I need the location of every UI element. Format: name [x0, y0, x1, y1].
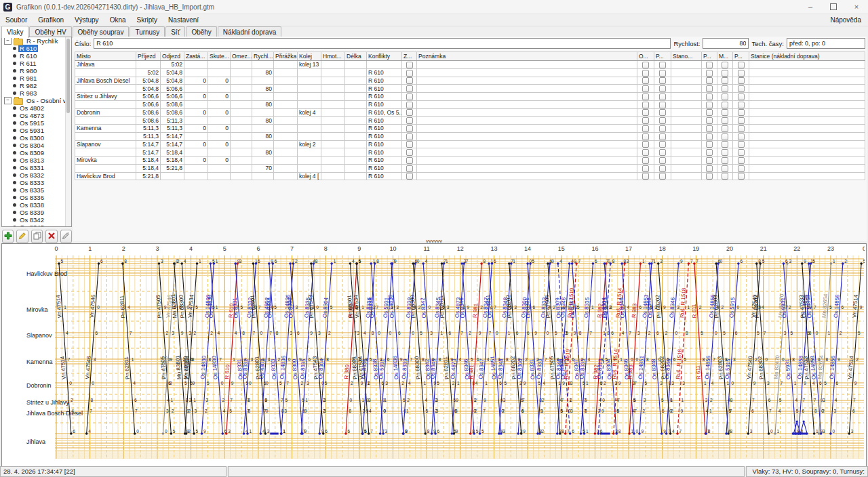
train-graph-panel[interactable]: 012345678910111213141516171819202122230H… [1, 243, 867, 467]
timetable-cell[interactable] [717, 132, 733, 140]
timetable-row[interactable]: Jihlava5:02kolej 13 [75, 61, 865, 69]
timetable-cell[interactable] [252, 61, 274, 69]
checkbox[interactable] [706, 70, 713, 77]
timetable-cell[interactable] [717, 172, 733, 180]
tree-item[interactable]: Os 8335 [2, 186, 71, 194]
checkbox[interactable] [659, 125, 666, 132]
timetable-cell[interactable] [702, 93, 717, 101]
timetable-cell[interactable] [184, 164, 208, 172]
timetable-cell[interactable] [733, 140, 749, 148]
timetable-cell[interactable]: 5:18,4 [136, 157, 161, 165]
checkbox[interactable] [706, 173, 713, 180]
timetable-cell[interactable] [733, 61, 749, 69]
column-header[interactable]: Místo [75, 52, 136, 61]
timetable-cell[interactable] [208, 117, 231, 125]
checkbox[interactable] [722, 70, 728, 77]
timetable-cell[interactable] [321, 108, 345, 117]
checkbox[interactable] [642, 173, 649, 180]
timetable-cell[interactable] [717, 85, 733, 93]
timetable-cell[interactable] [749, 108, 865, 117]
timetable-row[interactable]: 5:11,35:14,780R 610 [75, 132, 865, 140]
timetable-cell[interactable] [417, 68, 637, 77]
timetable-cell[interactable]: 0 [208, 125, 231, 133]
timetable-cell[interactable] [75, 117, 136, 125]
tree-item[interactable]: Os 8336 [2, 194, 71, 201]
timetable-cell[interactable] [417, 108, 637, 117]
timetable-cell[interactable]: R 610 [367, 100, 402, 108]
timetable-cell[interactable] [671, 148, 702, 157]
tree-item[interactable]: R 982 [2, 82, 71, 89]
timetable-cell[interactable] [749, 125, 865, 133]
timetable-cell[interactable] [702, 77, 717, 85]
timetable-cell[interactable] [402, 108, 417, 117]
checkbox[interactable] [738, 94, 745, 100]
timetable-cell[interactable]: 70 [252, 164, 274, 172]
timetable-cell[interactable] [733, 172, 749, 180]
checkbox[interactable] [659, 173, 666, 180]
timetable-cell[interactable] [402, 93, 417, 101]
timetable-cell[interactable] [231, 85, 252, 93]
menu-item-soubor[interactable]: Soubor [0, 15, 33, 25]
timetable-cell[interactable] [274, 172, 298, 180]
timetable-cell[interactable] [345, 140, 367, 148]
timetable-cell[interactable]: Dobronin [75, 108, 136, 117]
timetable-cell[interactable]: 5:11,3 [136, 132, 161, 140]
timetable-cell[interactable] [654, 61, 671, 69]
tree-group[interactable]: −R - Rychlík [2, 37, 71, 45]
timetable-cell[interactable] [345, 77, 367, 85]
timetable-cell[interactable] [702, 61, 717, 69]
column-header[interactable]: Hmot... [321, 52, 345, 61]
checkbox[interactable] [722, 125, 728, 132]
timetable-cell[interactable] [417, 77, 637, 85]
timetable-cell[interactable] [184, 132, 208, 140]
timetable-cell[interactable] [75, 164, 136, 172]
column-header[interactable]: Rychl... [252, 52, 274, 61]
timetable-cell[interactable]: 5:04,8 [136, 85, 161, 93]
timetable-cell[interactable] [184, 68, 208, 77]
checkbox[interactable] [738, 157, 745, 164]
timetable-cell[interactable]: R 610 [367, 164, 402, 172]
timetable-cell[interactable] [749, 93, 865, 101]
timetable-cell[interactable] [749, 85, 865, 93]
timetable-cell[interactable]: 5:11,3 [136, 125, 161, 133]
tree-item[interactable]: Os 8333 [2, 179, 71, 186]
timetable-cell[interactable] [231, 125, 252, 133]
timetable-cell[interactable] [702, 117, 717, 125]
timetable-cell[interactable] [274, 125, 298, 133]
timetable-cell[interactable] [231, 68, 252, 77]
timetable-cell[interactable] [637, 148, 654, 157]
timetable-row[interactable]: Havlickuv Brod5:21,8kolej 4 [R 610 [75, 172, 865, 180]
timetable-cell[interactable] [749, 100, 865, 108]
timetable-cell[interactable]: 5:04,8 [161, 68, 184, 77]
timetable-cell[interactable] [184, 148, 208, 157]
checkbox[interactable] [406, 70, 413, 77]
timetable-row[interactable]: Jihlava Bosch Diesel5:04,85:04,800R 610 [75, 77, 865, 85]
checkbox[interactable] [642, 117, 649, 124]
splitter-handle[interactable]: vvvvvv [0, 239, 868, 243]
checkbox[interactable] [738, 85, 745, 92]
timetable-cell[interactable] [321, 77, 345, 85]
timetable-cell[interactable] [321, 132, 345, 140]
train-graph[interactable]: 012345678910111213141516171819202122230H… [2, 244, 865, 465]
timetable-cell[interactable] [231, 172, 252, 180]
tree-item[interactable]: Os 8309 [2, 149, 71, 157]
timetable-cell[interactable] [417, 100, 637, 108]
timetable-cell[interactable] [274, 157, 298, 165]
timetable-cell[interactable] [402, 85, 417, 93]
collapse-icon[interactable]: − [4, 37, 12, 45]
timetable-cell[interactable]: R 610, Os 5... [367, 108, 402, 117]
timetable-cell[interactable] [161, 172, 184, 180]
timetable-cell[interactable] [702, 172, 717, 180]
checkbox[interactable] [738, 102, 745, 108]
timetable-cell[interactable] [654, 157, 671, 165]
timetable-cell[interactable]: 5:11,3 [161, 117, 184, 125]
checkbox[interactable] [642, 85, 649, 92]
maximize-button[interactable] [822, 0, 845, 14]
timetable-cell[interactable] [749, 61, 865, 69]
timetable-row[interactable]: 5:18,45:21,870R 610 [75, 164, 865, 172]
timetable-cell[interactable] [274, 164, 298, 172]
checkbox[interactable] [706, 157, 713, 164]
checkbox[interactable] [706, 165, 713, 172]
timetable-cell[interactable] [345, 93, 367, 101]
tree-item[interactable]: Os 4873 [2, 112, 71, 119]
